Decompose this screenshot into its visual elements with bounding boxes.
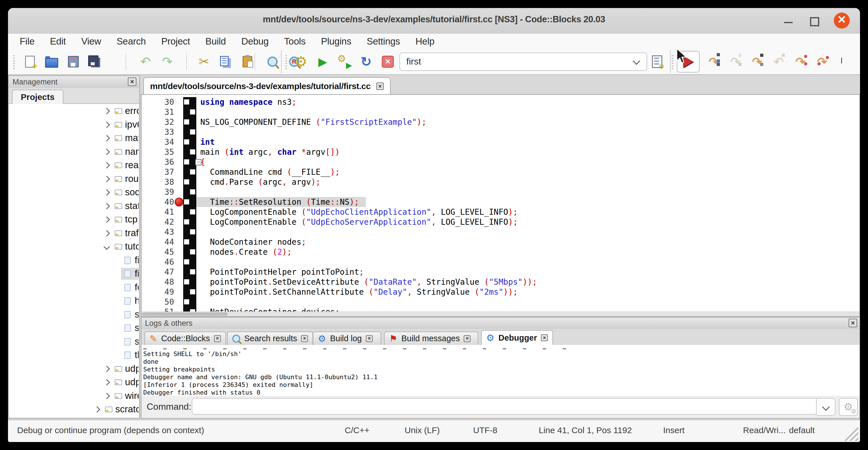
tree-item-he[interactable]: he: [9, 294, 139, 307]
code-line-32[interactable]: 32NS_LOG_COMPONENT_DEFINE ("FirstScriptE…: [142, 117, 860, 127]
code-line-48[interactable]: 48 pointToPoint.SetDeviceAttribute ("Dat…: [142, 277, 860, 287]
code-line-45[interactable]: 45 nodes.Create (2);: [142, 247, 860, 257]
tree-item-six[interactable]: six: [9, 335, 139, 348]
breakpoint-margin[interactable]: [183, 107, 196, 117]
command-history-dropdown[interactable]: [817, 398, 835, 416]
next-line-button[interactable]: ↷: [727, 54, 743, 69]
select-target-button[interactable]: [649, 54, 665, 69]
tree-item-udp[interactable]: udp-: [9, 376, 139, 389]
step-into-instruction-button[interactable]: ↷: [814, 54, 830, 69]
tree-item-fo[interactable]: fo: [9, 281, 139, 294]
tree-item-wire[interactable]: wire: [9, 389, 139, 402]
code-line-38[interactable]: 38 cmd.Parse (argc, argv);: [142, 177, 860, 187]
find-button[interactable]: [265, 54, 280, 69]
code-line-37[interactable]: 37 CommandLine cmd (__FILE__);: [142, 167, 860, 177]
breakpoint-margin[interactable]: [183, 187, 196, 197]
code-line-41[interactable]: 41 LogComponentEnable ("UdpEchoClientApp…: [142, 207, 860, 217]
build-and-run-button[interactable]: [337, 54, 352, 69]
breakpoint-margin[interactable]: [183, 147, 196, 157]
code-line-44[interactable]: 44 NodeContainer nodes;: [142, 237, 860, 247]
tree-item-scratch[interactable]: scratch: [9, 403, 139, 416]
rebuild-button[interactable]: ↻: [359, 54, 374, 69]
tree-item-sock[interactable]: sock: [9, 186, 139, 199]
breakpoint-margin[interactable]: [183, 207, 196, 217]
chevron-right-icon[interactable]: [103, 135, 110, 142]
breakpoint-margin[interactable]: [183, 227, 196, 237]
menu-edit[interactable]: Edit: [42, 36, 73, 47]
code-line-36[interactable]: 36−{: [142, 157, 860, 167]
breakpoint-margin[interactable]: [183, 177, 196, 187]
breakpoint-margin[interactable]: [183, 127, 196, 137]
code-line-46[interactable]: 46: [142, 257, 860, 267]
toolbar-grip[interactable]: [285, 54, 287, 69]
chevron-right-icon[interactable]: [94, 406, 100, 413]
close-button[interactable]: [834, 12, 850, 29]
code-line-50[interactable]: 50: [142, 297, 860, 307]
tree-item-th[interactable]: th: [9, 349, 139, 362]
breakpoint-margin[interactable]: [183, 237, 196, 247]
tree-item-rout[interactable]: rout: [9, 173, 139, 186]
minimize-button[interactable]: [782, 14, 795, 27]
chevron-right-icon[interactable]: [103, 148, 110, 155]
breakpoint-margin[interactable]: [183, 247, 196, 257]
chevron-right-icon[interactable]: [103, 379, 110, 386]
chevron-right-icon[interactable]: [103, 162, 110, 169]
tree-item-mat[interactable]: mat: [9, 132, 139, 145]
project-tree[interactable]: erroipv6matnamreallroutsockstattcptraflt…: [9, 104, 139, 417]
build-target-select[interactable]: first: [400, 53, 647, 71]
close-panel-icon[interactable]: ×: [128, 78, 136, 86]
logs-tab-search-results[interactable]: Search results×: [227, 331, 313, 345]
menu-help[interactable]: Help: [408, 36, 442, 47]
menu-file[interactable]: File: [12, 36, 42, 47]
tree-item-tcp[interactable]: tcp: [9, 213, 139, 226]
tree-item-tuto[interactable]: tuto: [9, 240, 139, 253]
step-into-button[interactable]: ↷: [749, 54, 765, 69]
chevron-right-icon[interactable]: [103, 108, 110, 115]
breakpoint-margin[interactable]: [183, 257, 196, 267]
close-tab-icon[interactable]: ×: [301, 335, 308, 342]
logs-tab-build-log[interactable]: ⚙Build log×: [313, 331, 381, 345]
close-tab-icon[interactable]: ×: [376, 83, 384, 90]
chevron-right-icon[interactable]: [103, 176, 110, 182]
redo-button[interactable]: ↷: [159, 54, 175, 69]
breakpoint-icon[interactable]: [175, 198, 183, 206]
menu-tools[interactable]: Tools: [276, 36, 313, 47]
close-logs-icon[interactable]: ×: [848, 319, 857, 327]
toolbar-grip[interactable]: [13, 54, 15, 69]
menu-settings[interactable]: Settings: [359, 36, 408, 47]
toolbar-overflow-button[interactable]: [841, 58, 842, 63]
paste-button[interactable]: [240, 54, 255, 69]
tree-item-udp[interactable]: udp: [9, 362, 139, 376]
tree-item-se[interactable]: se: [9, 322, 139, 335]
save-button[interactable]: [66, 54, 81, 69]
code-line-49[interactable]: 49 pointToPoint.SetChannelAttribute ("De…: [142, 287, 860, 297]
code-line-31[interactable]: 31: [142, 107, 860, 117]
maximize-button[interactable]: [808, 14, 820, 27]
next-instruction-button[interactable]: ↷: [793, 54, 808, 69]
horizontal-scrollbar[interactable]: [142, 311, 860, 317]
tree-item-src[interactable]: src: [9, 417, 139, 418]
save-all-button[interactable]: [87, 54, 103, 69]
menu-build[interactable]: Build: [198, 36, 234, 47]
tree-item-fif[interactable]: fif: [9, 254, 139, 267]
tree-item-reall[interactable]: reall: [9, 159, 139, 172]
tab-projects[interactable]: Projects: [12, 90, 63, 104]
breakpoint-margin[interactable]: [183, 267, 196, 277]
tree-item-stat[interactable]: stat: [9, 200, 139, 213]
run-button[interactable]: ▶: [315, 54, 331, 69]
fold-marker-icon[interactable]: −: [195, 159, 202, 165]
code-editor[interactable]: 30using namespace ns3;3132NS_LOG_COMPONE…: [141, 94, 860, 317]
breakpoint-margin[interactable]: [183, 117, 196, 127]
code-line-35[interactable]: 35main (int argc, char *argv[]): [142, 147, 860, 157]
debug-settings-button[interactable]: ⚙: [839, 398, 858, 416]
tree-item-erro[interactable]: erro: [9, 104, 139, 118]
code-line-47[interactable]: 47 PointToPointHelper pointToPoint;: [142, 267, 860, 277]
toolbar-grip[interactable]: [672, 54, 673, 69]
code-line-39[interactable]: 39: [142, 187, 860, 197]
breakpoint-margin[interactable]: [183, 97, 196, 107]
breakpoint-margin[interactable]: [183, 157, 196, 167]
tree-item-se[interactable]: se: [9, 308, 139, 321]
code-line-34[interactable]: 34int: [142, 137, 860, 147]
code-line-42[interactable]: 42 LogComponentEnable ("UdpEchoServerApp…: [142, 217, 860, 227]
tree-item-trafl[interactable]: trafl: [9, 227, 139, 240]
